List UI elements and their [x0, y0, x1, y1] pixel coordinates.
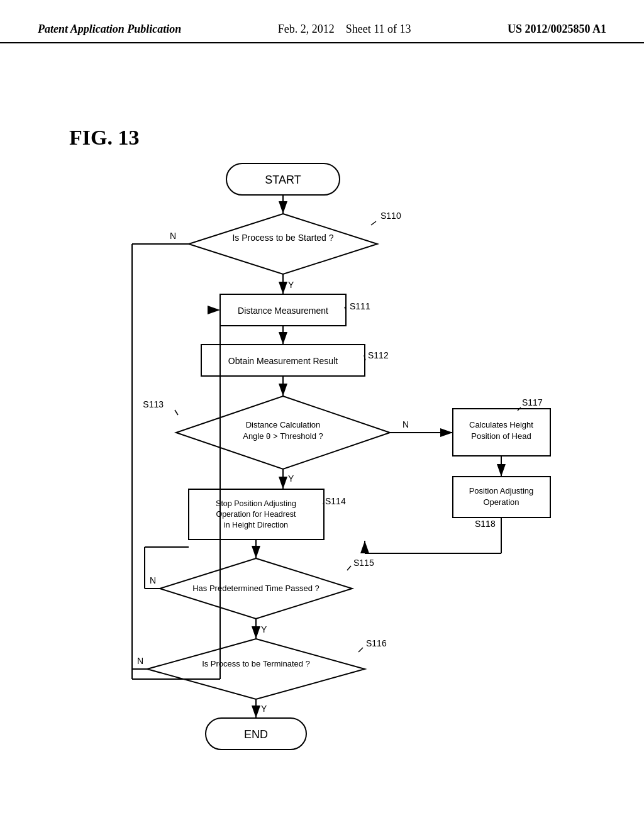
- sheet: Sheet 11 of 13: [346, 23, 411, 35]
- s114-id: S114: [325, 496, 346, 506]
- date-sheet: Feb. 2, 2012 Sheet 11 of 13: [278, 23, 411, 36]
- s110-n-label: N: [170, 231, 176, 241]
- s111-id: S111: [350, 301, 370, 311]
- s113-label-line1: Distance Calculation: [246, 420, 321, 429]
- end-label: END: [244, 728, 268, 741]
- s117-label-line1: Calculates Height: [469, 420, 533, 429]
- figure-title: FIG. 13: [69, 126, 139, 150]
- s116-y-label: Y: [261, 704, 267, 714]
- flowchart-container: START Is Process to be Started ? S110 Y …: [82, 151, 560, 767]
- svg-line-4: [371, 221, 376, 225]
- s114-label-line1: Stop Position Adjusting: [216, 499, 296, 508]
- publication-label: Patent Application Publication: [38, 23, 181, 36]
- s113-n-label: N: [402, 419, 409, 429]
- s113-id: S113: [143, 399, 164, 409]
- s110-label-line1: Is Process to be Started ?: [232, 233, 333, 243]
- s118-id: S118: [475, 519, 496, 529]
- svg-line-37: [358, 648, 363, 652]
- s118-label-line2: Operation: [483, 497, 519, 507]
- s117-label-line2: Position of Head: [471, 431, 531, 441]
- s115-id: S115: [353, 558, 374, 568]
- svg-line-17: [175, 410, 178, 415]
- s115-n-label: N: [150, 575, 156, 585]
- s113-y-label: Y: [288, 473, 294, 484]
- page-header: Patent Application Publication Feb. 2, 2…: [0, 0, 644, 43]
- s112-label: Obtain Measurement Result: [228, 356, 338, 366]
- svg-marker-36: [147, 639, 365, 699]
- s116-n-label: N: [137, 656, 143, 666]
- svg-marker-3: [189, 214, 377, 274]
- s116-id: S116: [366, 638, 387, 648]
- s111-label: Distance Measurement: [238, 306, 328, 316]
- s110-id: S110: [380, 211, 401, 221]
- s113-label-line2: Angle θ > Threshold ?: [243, 431, 323, 441]
- s118-label-line1: Position Adjusting: [469, 486, 534, 495]
- patent-number: US 2012/0025850 A1: [508, 23, 606, 36]
- svg-line-28: [323, 503, 324, 505]
- s117-id: S117: [522, 397, 543, 407]
- s114-label-line2: Operation for Headrest: [216, 510, 296, 519]
- svg-line-31: [347, 566, 351, 570]
- flowchart-svg: START Is Process to be Started ? S110 Y …: [82, 151, 560, 767]
- s112-id: S112: [368, 350, 389, 360]
- start-label: START: [265, 174, 301, 186]
- s116-label: Is Process to be Terminated ?: [202, 659, 310, 668]
- s110-y-label: Y: [288, 280, 294, 290]
- s115-y-label: Y: [261, 624, 267, 634]
- s114-label-line3: in Height Direction: [224, 521, 288, 529]
- s115-label: Has Predetermined Time Passed ?: [192, 584, 319, 593]
- date: Feb. 2, 2012: [278, 23, 335, 35]
